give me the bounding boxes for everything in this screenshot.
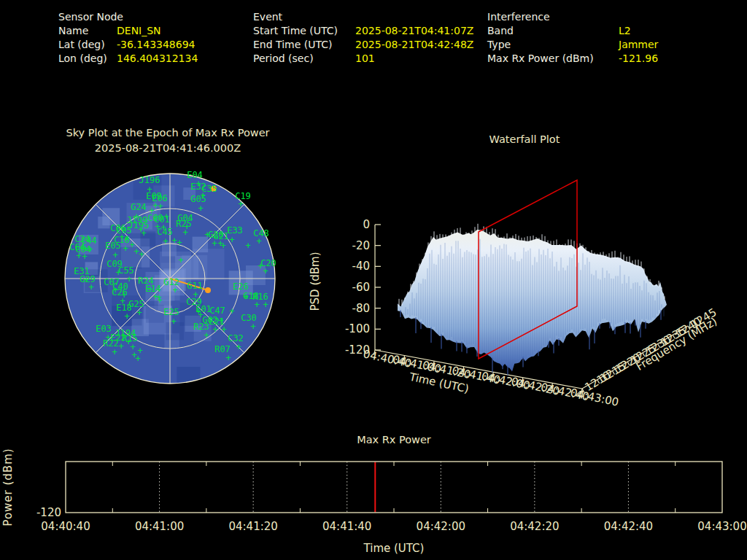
satellite-plus-marker: + xyxy=(258,261,263,271)
interference-panel: Interference BandL2 TypeJammer Max Rx Po… xyxy=(487,10,658,66)
waterfall-plot-canvas: 0-20-40-60-80-100-120PSD (dBm)04:40:4004… xyxy=(306,172,747,398)
satellite-label: C30 xyxy=(241,313,257,323)
satellite-label: C55 xyxy=(118,265,134,276)
psd-tick-label: 0 xyxy=(363,218,370,231)
satellite-plus-marker: + xyxy=(182,228,187,238)
sky-plot-canvas: +J196+E04+E32C35+G05+C19+E09+E06+G24+C60… xyxy=(64,173,276,384)
interference-dashboard: Sensor Node NameDENI_SN Lat (deg)-36.143… xyxy=(0,0,747,560)
satellite-plus-marker: + xyxy=(112,347,117,357)
event-end-value: 2025-08-21T04:42:48Z xyxy=(355,39,473,50)
satellite-label: C47 xyxy=(209,306,225,316)
satellite-plus-marker: + xyxy=(198,203,203,214)
satellite-label: R22 xyxy=(103,338,119,349)
satellite-plus-marker: + xyxy=(245,241,250,251)
satellite-plus-marker: + xyxy=(178,255,183,265)
event-period-value: 101 xyxy=(355,52,375,64)
interference-band-row: BandL2 xyxy=(487,24,658,38)
event-end-row: End Time (UTC)2025-08-21T04:42:48Z xyxy=(253,38,473,52)
sensor-name-label: Name xyxy=(58,24,117,38)
psd-tick-label: -40 xyxy=(352,260,371,273)
sky-plot-title: Sky Plot at the Epoch of Max Rx Power 20… xyxy=(29,125,306,156)
satellite-label: E18 xyxy=(116,303,132,313)
event-panel: Event Start Time (UTC)2025-08-21T04:41:0… xyxy=(253,10,473,66)
event-end-label: End Time (UTC) xyxy=(253,38,355,52)
satellite-label: E26 xyxy=(233,281,249,292)
sensor-lat-value: -36.143348694 xyxy=(117,39,195,50)
satellite-label: G05 xyxy=(190,194,206,204)
epoch-position-dot xyxy=(205,287,211,293)
time-tick-label: 04:41:40 xyxy=(322,520,371,533)
time-tick-label: 04:43:00 xyxy=(697,520,746,533)
sensor-node-panel: Sensor Node NameDENI_SN Lat (deg)-36.143… xyxy=(58,10,198,66)
power-tick-label: -120 xyxy=(36,506,61,519)
satellite-label: C35 xyxy=(201,184,217,194)
satellite-plus-marker: + xyxy=(225,353,231,363)
satellite-plus-marker: + xyxy=(250,322,255,332)
interference-power-row: Max Rx Power (dBm)-121.96 xyxy=(487,52,658,66)
satellite-plus-marker: + xyxy=(204,330,209,341)
satellite-label: G11 xyxy=(187,281,203,291)
event-start-value: 2025-08-21T04:41:07Z xyxy=(355,25,473,36)
time-tick-label: 04:42:40 xyxy=(604,520,653,533)
satellite-plus-marker: + xyxy=(204,230,209,240)
time-tick-label: 04:41:00 xyxy=(135,520,184,533)
time-tick-label: 04:41:20 xyxy=(228,520,277,533)
satellite-plus-marker: + xyxy=(123,244,128,254)
waterfall-plot-title: Waterfall Plot xyxy=(452,132,597,147)
satellite-label: E04 xyxy=(187,170,203,180)
satellite-plus-marker: + xyxy=(139,249,144,260)
interference-band-label: Band xyxy=(487,24,619,38)
event-period-row: Period (sec)101 xyxy=(253,52,473,66)
satellite-plus-marker: + xyxy=(163,211,169,222)
satellite-label: G24 xyxy=(131,202,147,212)
satellite-label: G12 xyxy=(163,277,179,287)
plot-frame xyxy=(66,462,722,513)
time-tick-label: 04:42:20 xyxy=(510,520,559,533)
time-tick-label: 04:40:40 xyxy=(41,520,90,533)
time-tick-label: 04:42:00 xyxy=(417,520,465,533)
interference-power-value: -121.96 xyxy=(619,52,658,64)
max-rx-power-canvas: 04:40:4004:41:0004:41:2004:41:4004:42:00… xyxy=(0,434,747,560)
satellite-label: R16 xyxy=(252,292,268,302)
satellite-label: C32 xyxy=(228,333,244,343)
psd-tick-label: -80 xyxy=(352,302,371,315)
satellite-label: G21 xyxy=(213,231,229,241)
satellite-label: C45 xyxy=(157,227,173,237)
event-start-label: Start Time (UTC) xyxy=(253,24,355,38)
sensor-lon-label: Lon (deg) xyxy=(58,52,117,66)
sensor-lon-value: 146.404312134 xyxy=(117,52,198,64)
satellite-label: E03 xyxy=(96,324,112,334)
interference-type-label: Type xyxy=(487,38,619,52)
satellite-label: C19 xyxy=(235,191,251,201)
satellite-plus-marker: + xyxy=(220,241,225,251)
satellite-plus-marker: + xyxy=(157,295,162,306)
satellite-plus-marker: + xyxy=(137,346,142,356)
sensor-name-row: NameDENI_SN xyxy=(58,24,198,38)
psd-axis-label: PSD (dBm) xyxy=(309,252,322,311)
satellite-plus-marker: + xyxy=(163,236,168,246)
satellite-plus-marker: + xyxy=(136,308,142,318)
satellite-plus-marker: + xyxy=(118,341,123,351)
satellite-plus-marker: + xyxy=(129,240,134,250)
event-heading: Event xyxy=(253,10,473,24)
satellite-plus-marker: + xyxy=(171,316,176,327)
sensor-node-heading: Sensor Node xyxy=(58,10,198,24)
power-axis-label: Power (dBm) xyxy=(1,448,15,526)
satellite-label: C04 xyxy=(75,244,91,254)
satellite-label: R07 xyxy=(214,344,231,354)
sky-plot-title-line1: Sky Plot at the Epoch of Max Rx Power xyxy=(29,125,306,141)
satellite-label: R23 xyxy=(193,322,209,332)
event-period-label: Period (sec) xyxy=(253,52,355,66)
satellite-plus-marker: + xyxy=(177,238,182,248)
sky-plot-title-line2: 2025-08-21T04:41:46.000Z xyxy=(29,141,306,156)
sensor-lat-label: Lat (deg) xyxy=(58,38,117,52)
interference-type-row: TypeJammer xyxy=(487,38,658,52)
satellite-label: R25 xyxy=(176,219,192,229)
satellite-label: J196 xyxy=(139,175,160,185)
interference-type-value: Jammer xyxy=(619,39,658,50)
satellite-label: E05 xyxy=(105,241,121,251)
satellite-plus-marker: + xyxy=(149,206,154,216)
satellite-label: C26 xyxy=(112,287,128,298)
satellite-label: E25 xyxy=(163,307,179,317)
satellite-plus-marker: + xyxy=(229,235,234,245)
